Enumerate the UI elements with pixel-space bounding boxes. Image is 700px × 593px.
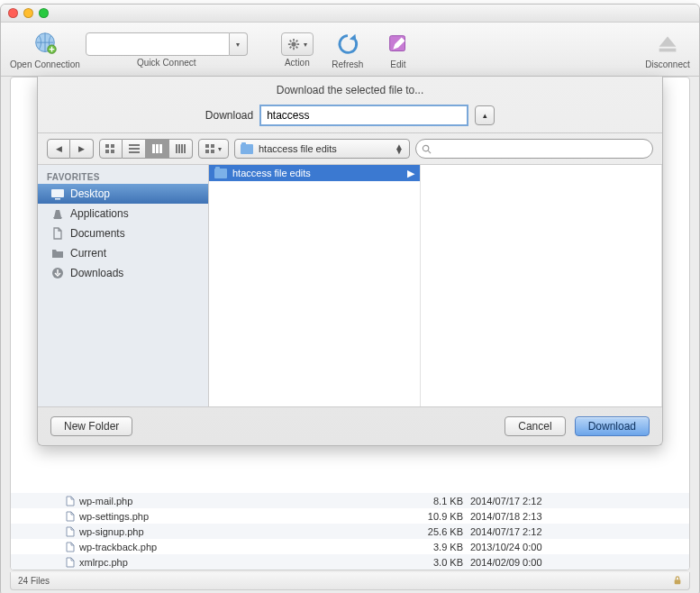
filename-input[interactable] [260,105,468,125]
file-size: 8.1 KB [407,496,470,506]
chevron-right-icon: ▶ [407,168,414,179]
svg-rect-25 [51,189,64,197]
titlebar [1,5,699,23]
svg-rect-18 [181,144,183,153]
open-connection-label: Open Connection [10,59,80,69]
close-window-button[interactable] [8,8,18,18]
refresh-button[interactable]: Refresh [325,31,370,69]
sidebar-item-desktop[interactable]: Desktop [38,184,208,204]
svg-rect-10 [129,144,140,146]
sidebar: FAVORITES Desktop Applications Documents… [38,165,209,406]
toolbar: Open Connection ▾ Quick Connect ▾ Action… [1,23,699,77]
updown-icon: ▲▼ [395,144,404,153]
svg-rect-9 [111,150,114,153]
open-connection-button[interactable]: Open Connection [10,31,80,69]
view-coverflow-button[interactable] [169,139,193,159]
svg-rect-14 [156,144,159,153]
quick-connect-input[interactable] [86,32,230,56]
action-label: Action [285,58,310,68]
sidebar-header: FAVORITES [38,169,208,184]
file-name: wp-trackback.php [79,542,157,552]
svg-rect-23 [211,150,214,153]
globe-icon [32,31,59,58]
svg-rect-22 [205,150,209,153]
svg-rect-11 [129,148,140,150]
file-icon [65,496,76,506]
download-button[interactable]: Download [575,416,650,436]
eject-icon [654,31,681,58]
file-size: 3.9 KB [407,542,470,552]
download-field-label: Download [205,109,253,122]
edit-label: Edit [390,59,405,69]
file-date: 2014/02/09 0:00 [470,557,632,568]
file-size: 25.6 KB [407,526,470,537]
table-row[interactable]: wp-mail.php8.1 KB2014/07/17 2:12 [11,493,689,508]
file-date: 2014/07/17 2:12 [470,496,632,506]
sidebar-item-documents[interactable]: Documents [38,224,208,243]
sidebar-item-downloads[interactable]: Downloads [38,263,208,283]
search-field[interactable] [415,139,653,159]
svg-rect-15 [159,144,162,153]
disconnect-button[interactable]: Disconnect [645,31,690,69]
svg-rect-19 [184,144,186,153]
folder-icon [241,144,253,154]
app-window: Open Connection ▾ Quick Connect ▾ Action… [0,4,700,593]
quick-connect-dropdown[interactable]: ▾ [230,32,248,56]
nav-back-button[interactable]: ◀ [47,139,70,159]
collapse-sheet-button[interactable]: ▴ [475,105,495,125]
svg-rect-5 [675,579,681,584]
file-name: wp-signup.php [79,526,144,537]
file-size: 3.0 KB [407,557,470,568]
svg-rect-13 [152,144,155,153]
nav-forward-button[interactable]: ▶ [70,139,94,159]
sidebar-item-label: Downloads [70,267,123,279]
table-row[interactable]: wp-trackback.php3.9 KB2013/10/24 0:00 [11,539,689,554]
sidebar-item-current[interactable]: Current [38,243,208,263]
svg-rect-26 [55,198,60,200]
minimize-window-button[interactable] [23,8,33,18]
sidebar-item-label: Desktop [70,187,110,200]
new-folder-button[interactable]: New Folder [50,416,132,436]
svg-rect-6 [105,144,109,148]
svg-rect-20 [205,144,209,148]
cancel-button[interactable]: Cancel [505,416,565,436]
gear-icon: ▾ [281,32,314,56]
svg-point-2 [291,41,295,46]
edit-button[interactable]: Edit [376,31,421,69]
file-date: 2014/07/18 2:13 [470,511,632,522]
location-dropdown[interactable]: htaccess file edits ▲▼ [234,139,410,159]
grouping-dropdown[interactable]: ▾ [198,139,229,159]
refresh-label: Refresh [332,59,363,69]
quick-connect-label: Quick Connect [137,58,196,68]
search-input[interactable] [435,143,647,154]
action-button[interactable]: ▾ Action [275,32,320,68]
table-row[interactable]: wp-settings.php10.9 KB2014/07/18 2:13 [11,508,689,524]
svg-rect-21 [211,144,214,148]
applications-icon [50,206,65,221]
search-icon [422,144,432,154]
disconnect-label: Disconnect [645,59,689,69]
column-item-label: htaccess file edits [232,168,311,178]
view-column-button[interactable] [146,139,169,159]
view-icon-button[interactable] [99,139,123,159]
view-list-button[interactable] [123,139,146,159]
file-size: 10.9 KB [407,511,470,522]
documents-icon [50,226,65,241]
column-item-selected[interactable]: htaccess file edits ▶ [209,165,420,181]
svg-rect-12 [129,151,140,153]
file-icon [65,526,76,537]
browser-column-2 [421,165,662,406]
status-bar: 24 Files [10,572,690,590]
sidebar-item-applications[interactable]: Applications [38,204,208,224]
table-row[interactable]: wp-signup.php25.6 KB2014/07/17 2:12 [11,524,689,539]
zoom-window-button[interactable] [39,8,49,18]
file-name: wp-settings.php [79,511,149,522]
file-name: xmlrpc.php [79,557,128,568]
svg-rect-16 [176,144,177,153]
file-date: 2013/10/24 0:00 [470,542,632,552]
folder-icon [214,169,227,178]
desktop-icon [50,187,65,201]
sidebar-item-label: Documents [70,227,125,240]
file-name: wp-mail.php [79,496,132,506]
table-row[interactable]: xmlrpc.php3.0 KB2014/02/09 0:00 [11,554,689,570]
